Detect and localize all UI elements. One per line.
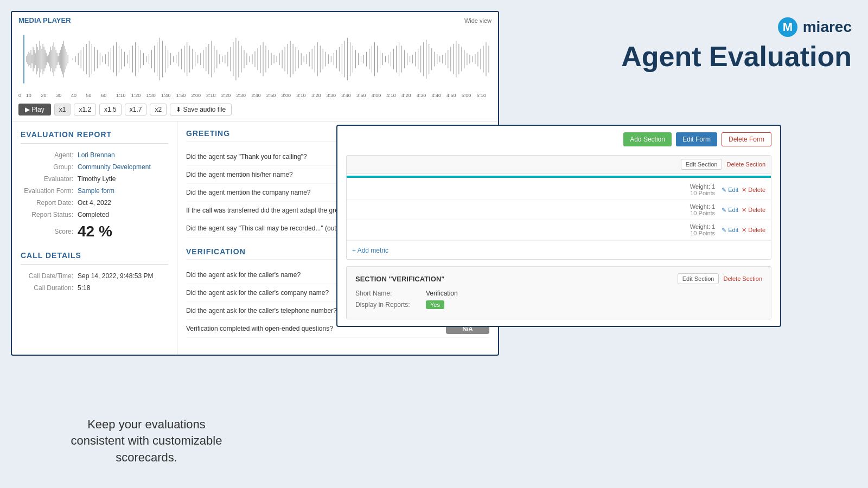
metric-1-delete-button[interactable]: ✕ Delete	[742, 187, 765, 194]
edit-form-button[interactable]: Edit Form	[676, 132, 717, 146]
status-label: Report Status:	[21, 211, 78, 219]
metric-2-weight: Weight: 1	[690, 203, 715, 210]
status-value: Completed	[78, 211, 109, 219]
score-value: 42 %	[78, 223, 112, 240]
form-section-block: Edit Section Delete Section Weight: 1 10…	[346, 155, 771, 260]
call-duration-value: 5:18	[78, 284, 90, 292]
svg-text:M: M	[783, 20, 793, 34]
evaluator-field: Evaluator: Timothy Lytle	[21, 175, 168, 183]
form-value[interactable]: Sample form	[78, 187, 114, 195]
call-details-section: CALL DETAILS Call Date/Time: Sep 14, 202…	[21, 251, 168, 292]
call-datetime-value: Sep 14, 2022, 9:48:53 PM	[78, 272, 153, 280]
delete-section-button[interactable]: Delete Section	[726, 161, 765, 168]
group-value[interactable]: Community Development	[78, 163, 151, 171]
verification-title: VERIFICATION	[186, 247, 246, 256]
metric-3-weight: Weight: 1	[690, 223, 715, 230]
eval-report-title: EVALUATION REPORT	[21, 130, 168, 144]
display-reports-row: Display in Reports: Yes	[355, 300, 762, 309]
date-label: Report Date:	[21, 199, 78, 207]
section-detail-header: SECTION "VERIFICATION" Edit Section Dele…	[355, 273, 762, 284]
metric-2-edit-button[interactable]: ✎ Edit	[722, 207, 738, 214]
display-reports-value: Yes	[426, 300, 444, 309]
metric-1-weight: Weight: 1	[690, 183, 715, 190]
playback-controls: ▶ Play x1 x1.2 x1.5 x1.7 x2 ⬇ Save audio…	[12, 100, 498, 121]
speed-1x7-button[interactable]: x1.7	[125, 104, 147, 115]
metric-row-1: Weight: 1 10 Points ✎ Edit ✕ Delete	[347, 180, 771, 200]
form-label: Evaluation Form:	[21, 187, 78, 195]
call-datetime-field: Call Date/Time: Sep 14, 2022, 9:48:53 PM	[21, 272, 168, 280]
waveform-display[interactable]	[12, 27, 498, 92]
play-button[interactable]: ▶ Play	[18, 104, 51, 115]
score-label: Score:	[21, 228, 78, 235]
add-metric-button[interactable]: + Add metric	[352, 247, 388, 254]
metric-2-points: 10 Points	[690, 210, 715, 216]
short-name-label: Short Name:	[355, 290, 426, 297]
agent-value[interactable]: Lori Brennan	[78, 151, 115, 159]
group-label: Group:	[21, 163, 78, 171]
save-audio-button[interactable]: ⬇ Save audio file	[170, 104, 232, 115]
speed-2x-button[interactable]: x2	[150, 104, 167, 115]
media-player: MEDIA PLAYER Wide view	[12, 12, 498, 121]
date-value: Oct 4, 2022	[78, 199, 111, 207]
brand-tagline: Agent Evaluation	[621, 41, 852, 72]
edit-section-button[interactable]: Edit Section	[681, 159, 723, 170]
metric-3-points: 10 Points	[690, 230, 715, 236]
metric-1-edit-button[interactable]: ✎ Edit	[722, 187, 738, 194]
call-details-title: CALL DETAILS	[21, 251, 168, 265]
metric-row-3: Weight: 1 10 Points ✎ Edit ✕ Delete	[347, 220, 771, 240]
agent-label: Agent:	[21, 151, 78, 159]
speed-1x5-button[interactable]: x1.5	[99, 104, 122, 115]
teal-separator	[347, 176, 771, 178]
metric-row-2: Weight: 1 10 Points ✎ Edit ✕ Delete	[347, 200, 771, 220]
timeline: 0 10 20 30 40 50 60 1:10 1:20 1:30 1:40 …	[12, 92, 498, 100]
metric-1-points: 10 Points	[690, 190, 715, 196]
short-name-row: Short Name: Verification	[355, 290, 762, 297]
bottom-line-2: consistent with customizable	[43, 433, 250, 450]
miarec-logo-icon: M	[777, 16, 799, 38]
metric-2-delete-button[interactable]: ✕ Delete	[742, 207, 765, 214]
call-duration-label: Call Duration:	[21, 284, 78, 292]
bottom-line-3: scorecards.	[43, 450, 250, 466]
section-detail-panel: SECTION "VERIFICATION" Edit Section Dele…	[346, 266, 771, 319]
section-detail-edit-button[interactable]: Edit Section	[678, 273, 719, 284]
add-section-button[interactable]: Add Section	[623, 132, 672, 146]
status-field: Report Status: Completed	[21, 211, 168, 219]
agent-field: Agent: Lori Brennan	[21, 151, 168, 159]
brand-logo: M miarec	[621, 16, 852, 38]
delete-form-button[interactable]: Delete Form	[722, 132, 771, 146]
form-builder-toolbar: Add Section Edit Form Delete Form	[346, 132, 771, 146]
metric-3-delete-button[interactable]: ✕ Delete	[742, 227, 765, 234]
form-field: Evaluation Form: Sample form	[21, 187, 168, 195]
form-section-toolbar: Edit Section Delete Section	[347, 156, 771, 174]
evaluator-value: Timothy Lytle	[78, 175, 116, 183]
section-detail-delete-button[interactable]: Delete Section	[723, 273, 762, 284]
group-field: Group: Community Development	[21, 163, 168, 171]
display-reports-label: Display in Reports:	[355, 301, 426, 309]
form-builder-panel: Add Section Edit Form Delete Form Edit S…	[336, 125, 781, 327]
evaluation-sidebar: EVALUATION REPORT Agent: Lori Brennan Gr…	[12, 121, 177, 355]
speed-1x-button[interactable]: x1	[54, 104, 71, 115]
section-detail-title: SECTION "VERIFICATION"	[355, 275, 444, 283]
greeting-title: GREETING	[186, 129, 230, 138]
evaluator-label: Evaluator:	[21, 175, 78, 183]
bottom-line-1: Keep your evaluations	[43, 416, 250, 433]
date-field: Report Date: Oct 4, 2022	[21, 199, 168, 207]
short-name-value: Verification	[426, 290, 458, 297]
metric-3-edit-button[interactable]: ✎ Edit	[722, 227, 738, 234]
call-duration-field: Call Duration: 5:18	[21, 284, 168, 292]
bottom-tagline: Keep your evaluations consistent with cu…	[43, 416, 250, 466]
brand-name: miarec	[803, 18, 852, 36]
wide-view-label[interactable]: Wide view	[464, 17, 492, 24]
score-row: Score: 42 %	[21, 223, 168, 240]
media-player-title: MEDIA PLAYER	[18, 16, 71, 24]
branding-area: M miarec Agent Evaluation	[621, 16, 852, 72]
speed-1x2-button[interactable]: x1.2	[74, 104, 96, 115]
add-metric-row: + Add metric	[347, 240, 771, 259]
call-datetime-label: Call Date/Time:	[21, 272, 78, 280]
